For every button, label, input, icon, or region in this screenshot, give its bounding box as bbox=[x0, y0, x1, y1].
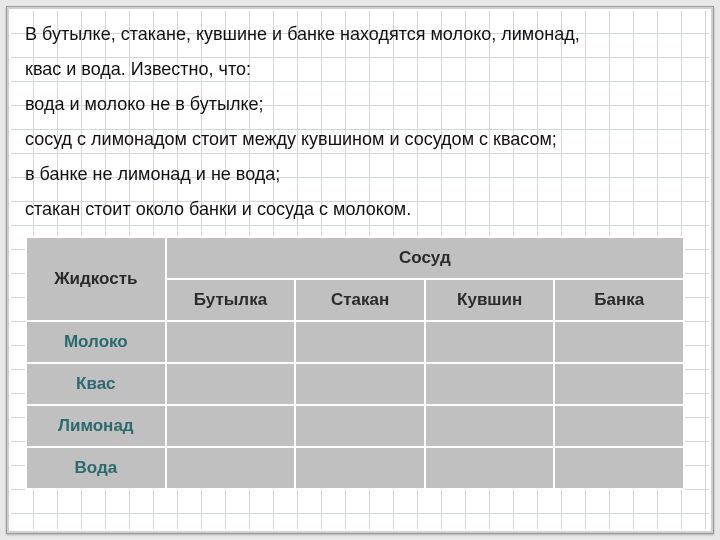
liquid-name: Вода bbox=[26, 447, 166, 489]
vessel-header: Сосуд bbox=[166, 237, 684, 279]
problem-line: В бутылке, стакане, кувшине и банке нахо… bbox=[25, 17, 695, 52]
liquid-name: Лимонад bbox=[26, 405, 166, 447]
cell bbox=[425, 321, 555, 363]
problem-line: сосуд с лимонадом стоит между кувшином и… bbox=[25, 122, 695, 157]
cell bbox=[554, 363, 684, 405]
problem-text: В бутылке, стакане, кувшине и банке нахо… bbox=[25, 17, 695, 228]
cell bbox=[554, 447, 684, 489]
table-row: Лимонад bbox=[26, 405, 684, 447]
vessel-col: Банка bbox=[554, 279, 684, 321]
cell bbox=[554, 405, 684, 447]
vessel-col: Стакан bbox=[295, 279, 425, 321]
vessel-col: Кувшин bbox=[425, 279, 555, 321]
logic-table: Жидкость Сосуд Бутылка Стакан Кувшин Бан… bbox=[25, 236, 685, 490]
table-row: Вода bbox=[26, 447, 684, 489]
slide-content: В бутылке, стакане, кувшине и банке нахо… bbox=[7, 7, 713, 490]
cell bbox=[166, 363, 296, 405]
problem-line: в банке не лимонад и не вода; bbox=[25, 157, 695, 192]
cell bbox=[166, 405, 296, 447]
problem-line: вода и молоко не в бутылке; bbox=[25, 87, 695, 122]
cell bbox=[295, 405, 425, 447]
cell bbox=[166, 447, 296, 489]
cell bbox=[166, 321, 296, 363]
vessel-col: Бутылка bbox=[166, 279, 296, 321]
cell bbox=[425, 405, 555, 447]
problem-line: квас и вода. Известно, что: bbox=[25, 52, 695, 87]
slide-frame: В бутылке, стакане, кувшине и банке нахо… bbox=[6, 6, 714, 534]
cell bbox=[425, 447, 555, 489]
cell bbox=[425, 363, 555, 405]
liquid-name: Молоко bbox=[26, 321, 166, 363]
table-header-row: Жидкость Сосуд bbox=[26, 237, 684, 279]
liquid-name: Квас bbox=[26, 363, 166, 405]
table-row: Квас bbox=[26, 363, 684, 405]
liquid-header: Жидкость bbox=[26, 237, 166, 321]
cell bbox=[295, 447, 425, 489]
table-row: Молоко bbox=[26, 321, 684, 363]
problem-line: стакан стоит около банки и сосуда с моло… bbox=[25, 192, 695, 227]
cell bbox=[295, 363, 425, 405]
cell bbox=[554, 321, 684, 363]
cell bbox=[295, 321, 425, 363]
